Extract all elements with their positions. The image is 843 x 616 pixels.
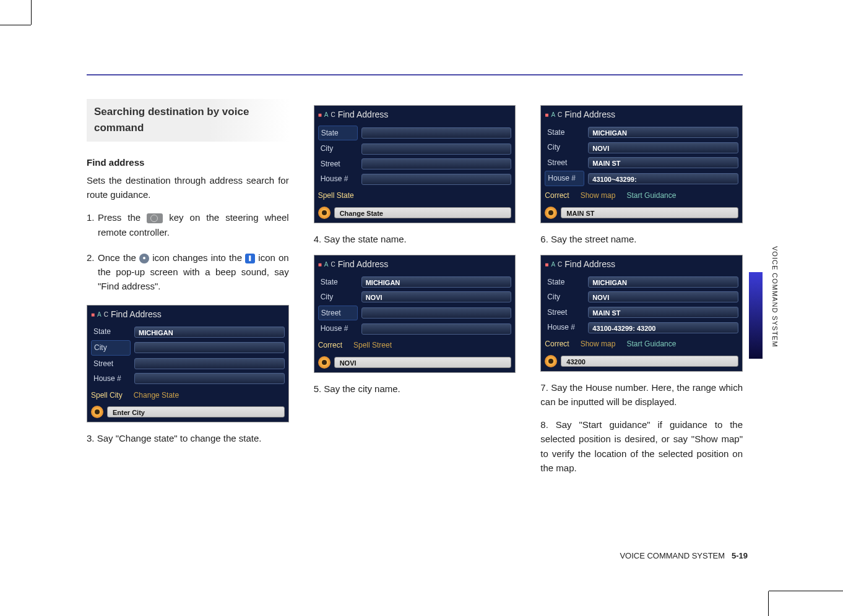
label-state: State (91, 325, 131, 339)
text: icon changes into the (152, 252, 245, 263)
field-street: MAIN ST (588, 307, 738, 318)
cmd-show-map: Show map (581, 190, 616, 202)
field-city: NOVI (588, 291, 738, 302)
cmd-correct: Correct (545, 338, 569, 350)
label-state: State (545, 275, 584, 289)
field-street (361, 307, 512, 319)
shot-title: ■AC Find Address (541, 106, 742, 123)
label-state: State (318, 275, 358, 289)
label-house: House # (545, 320, 584, 335)
shot-title: ■AC Find Address (87, 306, 288, 323)
label-city: City (545, 290, 584, 304)
label-city: City (91, 340, 131, 356)
step-3: 3. Say "Change state" to change the stat… (87, 431, 289, 445)
mic-active-icon: ❚ (245, 254, 255, 263)
page-footer: VOICE COMMAND SYSTEM 5-19 (620, 551, 748, 560)
step-2: 2. Once the ● icon changes into the ❚ ic… (87, 250, 289, 294)
label-street: Street (91, 357, 131, 371)
page-content: Searching destination by voice command F… (87, 74, 743, 484)
crop-mark (0, 25, 31, 25)
label-house: House # (545, 171, 584, 186)
shot-title: ■AC Find Address (541, 255, 742, 273)
step-1: 1. Press the key on the steering wheel r… (87, 210, 289, 239)
subheading: Find address (87, 155, 289, 169)
label-house: House # (318, 322, 358, 336)
mic-icon (91, 406, 103, 418)
field-state (361, 127, 512, 139)
mic-text: NOVI (334, 357, 512, 368)
field-street (134, 358, 285, 369)
field-street (361, 158, 512, 169)
side-tab-text: VOICE COMMAND SYSTEM (771, 246, 779, 348)
crop-mark (769, 591, 843, 591)
cmd-correct: Correct (545, 190, 569, 202)
step-7: 7. Say the House number. Here, the range… (540, 380, 743, 409)
mic-icon (318, 207, 331, 219)
mic-text: MAIN ST (561, 207, 738, 218)
field-state: MICHIGAN (588, 276, 738, 288)
crop-mark (31, 0, 32, 25)
field-state: MICHIGAN (361, 276, 512, 288)
label-street: Street (545, 306, 584, 320)
mic-text: 43200 (561, 356, 738, 367)
footer-label: VOICE COMMAND SYSTEM (620, 551, 725, 560)
step-num: 1. (87, 210, 98, 239)
section-heading: Searching destination by voice command (87, 99, 289, 142)
screenshot-find-address-city: ■AC Find Address StateMICHIGAN City Stre… (87, 305, 289, 423)
footer-page: 5-19 (732, 551, 748, 560)
column-1: Searching destination by voice command F… (87, 99, 289, 484)
label-house: House # (91, 372, 131, 386)
text: Press the (98, 212, 147, 223)
mic-text: Change State (334, 207, 512, 218)
steering-key-icon (147, 213, 163, 223)
field-house (134, 373, 285, 384)
screenshot-find-address-confirm: ■AC Find Address StateMICHIGAN CityNOVI … (540, 255, 743, 372)
mic-idle-icon: ● (139, 254, 149, 263)
top-rule (87, 74, 743, 75)
field-state: MICHIGAN (588, 127, 738, 138)
label-city: City (318, 290, 358, 304)
cmd-correct: Correct (318, 340, 342, 351)
cmd-spell-state: Spell State (318, 190, 354, 202)
field-house (361, 174, 512, 185)
label-city: City (318, 142, 358, 156)
step-4: 4. Say the state name. (314, 232, 516, 246)
intro-text: Sets the destination through address sea… (87, 173, 289, 202)
field-house: 43100-43299: 43200 (588, 322, 738, 333)
shot-title: ■AC Find Address (314, 106, 516, 123)
step-8: 8. Say "Start guidance" if guidance to t… (540, 417, 743, 475)
screenshot-find-address-street: ■AC Find Address StateMICHIGAN CityNOVI … (314, 255, 516, 373)
field-city (134, 342, 285, 353)
label-street: Street (545, 156, 584, 170)
field-street: MAIN ST (588, 157, 738, 168)
column-2: ■AC Find Address State City Street House… (314, 99, 516, 484)
label-state: State (545, 126, 584, 140)
label-street: Street (318, 157, 358, 171)
label-house: House # (318, 172, 358, 186)
cmd-change-state: Change State (134, 390, 179, 401)
cmd-start-guidance: Start Guidance (626, 190, 676, 202)
step-num: 2. (87, 250, 98, 294)
label-street: Street (318, 306, 358, 321)
step-text: Once the ● icon changes into the ❚ icon … (98, 250, 289, 294)
cmd-spell-city: Spell City (91, 390, 123, 401)
column-3: ■AC Find Address StateMICHIGAN CityNOVI … (540, 99, 743, 484)
label-state: State (318, 126, 358, 141)
mic-icon (545, 355, 557, 367)
shot-title: ■AC Find Address (314, 255, 516, 273)
field-house: 43100~43299: (588, 173, 738, 184)
mic-text: Enter City (107, 406, 285, 417)
field-city (361, 143, 512, 155)
cmd-spell-street: Spell Street (353, 340, 392, 351)
step-text: Press the key on the steering wheel remo… (98, 210, 289, 239)
step-6: 6. Say the street name. (540, 232, 743, 246)
mic-icon (318, 356, 331, 369)
side-tab (749, 272, 763, 359)
crop-mark (768, 591, 769, 616)
field-house (361, 323, 512, 335)
cmd-show-map: Show map (581, 338, 616, 350)
text: Once the (98, 252, 139, 263)
screenshot-find-address-state: ■AC Find Address State City Street House… (314, 105, 516, 223)
label-city: City (545, 140, 584, 155)
screenshot-find-address-house: ■AC Find Address StateMICHIGAN CityNOVI … (540, 105, 743, 223)
